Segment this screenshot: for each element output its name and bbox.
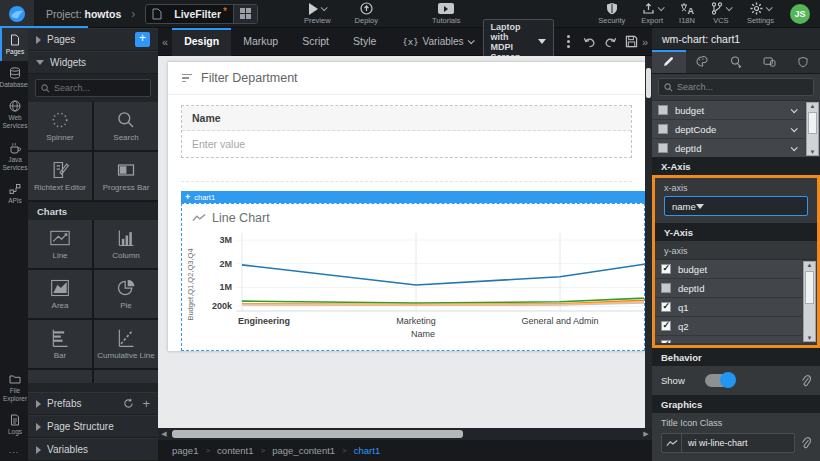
pages-section-header[interactable]: Pages + (28, 28, 158, 51)
breadcrumb-chart1[interactable]: chart1 (354, 445, 380, 456)
tab-script[interactable]: Script (290, 28, 341, 56)
add-prefab-button[interactable]: + (142, 396, 150, 411)
tutorials-button[interactable]: Tutorials (432, 2, 460, 25)
filter-panel-header[interactable]: Filter Department (168, 62, 645, 95)
tab-design[interactable]: Design (172, 28, 231, 56)
widget-tile-spinner[interactable]: Spinner (28, 102, 92, 150)
scroll-left-arrow[interactable]: ◀ (158, 430, 170, 438)
behavior-section-header[interactable]: Behavior (652, 348, 820, 366)
property-search-input[interactable]: Search... (658, 78, 814, 96)
field-row-deptcode[interactable]: deptCode (652, 120, 805, 139)
undo-button[interactable] (583, 36, 596, 48)
tab-style[interactable]: Style (341, 28, 388, 56)
rail-item-web-services[interactable]: Web Services (0, 94, 28, 135)
canvas-vertical-scrollbar[interactable] (645, 56, 652, 428)
checkbox[interactable] (658, 143, 668, 153)
save-button[interactable] (625, 35, 638, 48)
yaxis-row-deptid[interactable]: deptId (655, 279, 802, 298)
checkbox[interactable] (661, 340, 671, 343)
variables-dropdown[interactable]: {x} Variables (402, 36, 472, 47)
export-button[interactable]: Export (641, 2, 663, 25)
deploy-button[interactable]: Deploy (355, 2, 378, 25)
yaxis-row-q1[interactable]: q1 (655, 298, 802, 317)
canvas-horizontal-scrollbar[interactable]: ◀ ▶ (158, 428, 652, 440)
filter-field-widget[interactable]: Name Enter value (181, 105, 632, 158)
yaxis-row-q3[interactable]: q3 (655, 336, 802, 343)
title-icon-class-input[interactable]: wi wi-line-chart (661, 433, 795, 453)
refresh-icon[interactable] (123, 398, 134, 409)
checkbox[interactable] (661, 302, 671, 312)
widget-tile-search[interactable]: Search (94, 102, 158, 150)
rail-more-button[interactable]: ... (0, 441, 28, 461)
pages-grid-icon[interactable] (233, 5, 257, 23)
rail-item-databases[interactable]: Databases (0, 61, 28, 94)
chart-widget[interactable]: + chart1 Line Chart Budget,Q1,Q2,Q3,Q4 2… (181, 191, 645, 351)
prefabs-section-header[interactable]: Prefabs + (28, 392, 158, 415)
wavemaker-logo[interactable] (0, 0, 34, 28)
redo-button[interactable] (604, 36, 617, 48)
rail-item-logs[interactable]: Logs (0, 408, 28, 441)
field-row-budget[interactable]: budget (652, 101, 805, 120)
bind-property-icon[interactable] (801, 437, 811, 449)
show-toggle[interactable] (705, 374, 735, 387)
page-structure-section-header[interactable]: Page Structure (28, 415, 158, 438)
design-canvas[interactable]: Filter Department Name Enter value + cha… (158, 56, 652, 428)
breadcrumb-page-content1[interactable]: page_content1 (272, 445, 335, 456)
tab-properties[interactable] (652, 50, 686, 73)
breadcrumb-page1[interactable]: page1 (172, 445, 198, 456)
preview-button[interactable]: Preview (304, 2, 331, 25)
vcs-button[interactable]: VCS (711, 2, 731, 25)
widget-search-input[interactable]: Search... (35, 79, 151, 97)
field-input[interactable]: Enter value (182, 131, 631, 157)
yaxis-list-scrollbar[interactable]: ▲▼ (803, 261, 816, 342)
scroll-right-arrow[interactable]: ▶ (640, 430, 652, 438)
x-axis-select[interactable]: name (664, 196, 808, 216)
tab-security[interactable] (786, 50, 820, 73)
chart-tile-line[interactable]: Line (28, 220, 92, 268)
chart-tile-column[interactable]: Column (94, 220, 158, 268)
tab-styles[interactable] (686, 50, 720, 73)
y-axis-section-header[interactable]: Y-Axis (655, 223, 817, 241)
chart-tile-clipped[interactable] (94, 370, 158, 383)
widgets-section-header[interactable]: Widgets (28, 51, 158, 74)
rail-item-java-services[interactable]: Java Services (0, 136, 28, 177)
user-avatar[interactable]: JS (790, 4, 810, 24)
selected-widget-bar[interactable]: + chart1 (181, 191, 645, 203)
security-button[interactable]: Security (598, 2, 625, 25)
widget-add-icon[interactable]: + (185, 192, 190, 202)
add-page-button[interactable]: + (135, 32, 150, 47)
breadcrumb-content1[interactable]: content1 (217, 445, 253, 456)
widget-tile-progress-bar[interactable]: Progress Bar (94, 152, 158, 200)
page-tab-livefilter[interactable]: LiveFilter* (145, 4, 258, 24)
yaxis-row-budget[interactable]: budget (655, 260, 802, 279)
x-axis-section-header[interactable]: X-Axis (652, 157, 820, 175)
collapse-right-icon[interactable]: » (638, 36, 652, 48)
rail-item-apis[interactable]: APIs (0, 177, 28, 210)
chevron-down-icon[interactable] (791, 144, 798, 151)
chart-tile-area[interactable]: Area (28, 270, 92, 318)
rail-item-pages[interactable]: Pages (0, 28, 28, 61)
tab-markup[interactable]: Markup (231, 28, 290, 56)
chart-tile-pie[interactable]: Pie (94, 270, 158, 318)
more-options-button[interactable] (562, 35, 575, 48)
tab-events[interactable] (719, 50, 753, 73)
collapse-left-icon[interactable]: « (158, 36, 172, 48)
checkbox[interactable] (658, 105, 668, 115)
bind-property-icon[interactable] (801, 375, 811, 387)
variables-section-header[interactable]: Variables (28, 438, 158, 461)
settings-button[interactable]: Settings (747, 2, 774, 25)
chevron-down-icon[interactable] (791, 106, 798, 113)
yaxis-row-q2[interactable]: q2 (655, 317, 802, 336)
i18n-button[interactable]: A I18N (679, 2, 695, 25)
chart-tile-clipped[interactable] (28, 370, 92, 383)
chart-tile-cumulative-line[interactable]: Cumulative Line (94, 320, 158, 368)
chart-tile-bar[interactable]: Bar (28, 320, 92, 368)
fields-list-scrollbar[interactable]: ▲▼ (806, 102, 819, 156)
checkbox[interactable] (661, 283, 671, 293)
checkbox[interactable] (658, 124, 668, 134)
hscroll-thumb[interactable] (172, 430, 463, 438)
tab-devices[interactable] (753, 50, 787, 73)
widget-tile-richtext-editor[interactable]: Richtext Editor (28, 152, 92, 200)
graphics-section-header[interactable]: Graphics (652, 395, 820, 413)
checkbox[interactable] (661, 321, 671, 331)
